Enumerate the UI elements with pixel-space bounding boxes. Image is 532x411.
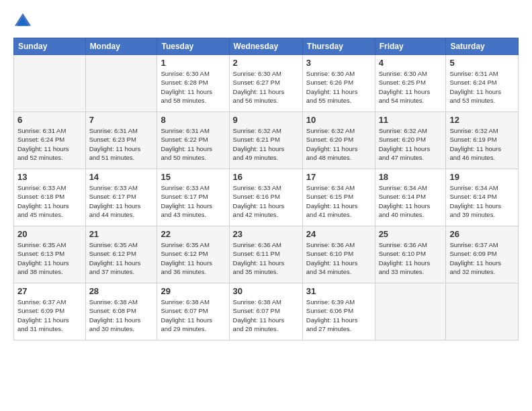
day-info: Sunrise: 6:31 AM Sunset: 6:24 PM Dayligh… bbox=[17, 126, 82, 162]
calendar-cell: 27Sunrise: 6:37 AM Sunset: 6:09 PM Dayli… bbox=[14, 283, 86, 340]
day-number: 2 bbox=[233, 58, 299, 68]
day-info: Sunrise: 6:35 AM Sunset: 6:12 PM Dayligh… bbox=[161, 240, 225, 276]
calendar-week-row: 1Sunrise: 6:30 AM Sunset: 6:28 PM Daylig… bbox=[14, 55, 519, 112]
day-number: 3 bbox=[306, 58, 371, 68]
day-number: 30 bbox=[233, 286, 299, 296]
day-info: Sunrise: 6:38 AM Sunset: 6:07 PM Dayligh… bbox=[161, 298, 225, 333]
calendar-cell: 19Sunrise: 6:34 AM Sunset: 6:14 PM Dayli… bbox=[446, 169, 519, 226]
day-number: 6 bbox=[17, 115, 82, 125]
calendar-cell: 1Sunrise: 6:30 AM Sunset: 6:28 PM Daylig… bbox=[157, 55, 229, 112]
day-number: 28 bbox=[89, 286, 154, 296]
calendar-cell: 15Sunrise: 6:33 AM Sunset: 6:17 PM Dayli… bbox=[157, 169, 229, 226]
day-number: 19 bbox=[449, 172, 515, 182]
weekday-header-thursday: Thursday bbox=[302, 38, 375, 55]
day-info: Sunrise: 6:37 AM Sunset: 6:09 PM Dayligh… bbox=[449, 240, 515, 276]
calendar-cell: 17Sunrise: 6:34 AM Sunset: 6:15 PM Dayli… bbox=[302, 169, 375, 226]
day-number: 17 bbox=[306, 172, 371, 182]
calendar-cell: 14Sunrise: 6:33 AM Sunset: 6:17 PM Dayli… bbox=[85, 169, 157, 226]
calendar-cell: 18Sunrise: 6:34 AM Sunset: 6:14 PM Dayli… bbox=[375, 169, 446, 226]
calendar-cell: 4Sunrise: 6:30 AM Sunset: 6:25 PM Daylig… bbox=[375, 55, 446, 112]
calendar-cell: 6Sunrise: 6:31 AM Sunset: 6:24 PM Daylig… bbox=[14, 112, 86, 169]
day-number: 15 bbox=[161, 172, 225, 182]
day-info: Sunrise: 6:31 AM Sunset: 6:22 PM Dayligh… bbox=[161, 126, 225, 162]
calendar-cell: 7Sunrise: 6:31 AM Sunset: 6:23 PM Daylig… bbox=[85, 112, 157, 169]
weekday-header-sunday: Sunday bbox=[14, 38, 86, 55]
calendar-week-row: 6Sunrise: 6:31 AM Sunset: 6:24 PM Daylig… bbox=[14, 112, 519, 169]
day-info: Sunrise: 6:39 AM Sunset: 6:06 PM Dayligh… bbox=[306, 298, 371, 333]
calendar-week-row: 20Sunrise: 6:35 AM Sunset: 6:13 PM Dayli… bbox=[14, 226, 519, 283]
day-info: Sunrise: 6:33 AM Sunset: 6:18 PM Dayligh… bbox=[17, 183, 82, 219]
calendar-cell: 11Sunrise: 6:32 AM Sunset: 6:20 PM Dayli… bbox=[375, 112, 446, 169]
logo bbox=[13, 12, 35, 31]
day-number: 5 bbox=[449, 58, 515, 68]
day-number: 9 bbox=[233, 115, 299, 125]
day-number: 25 bbox=[379, 229, 443, 239]
day-info: Sunrise: 6:30 AM Sunset: 6:25 PM Dayligh… bbox=[379, 69, 443, 105]
day-info: Sunrise: 6:32 AM Sunset: 6:20 PM Dayligh… bbox=[306, 126, 371, 162]
calendar-cell: 3Sunrise: 6:30 AM Sunset: 6:26 PM Daylig… bbox=[302, 55, 375, 112]
calendar-cell: 23Sunrise: 6:36 AM Sunset: 6:11 PM Dayli… bbox=[229, 226, 302, 283]
day-number: 31 bbox=[306, 286, 371, 296]
calendar-cell: 10Sunrise: 6:32 AM Sunset: 6:20 PM Dayli… bbox=[302, 112, 375, 169]
day-info: Sunrise: 6:30 AM Sunset: 6:26 PM Dayligh… bbox=[306, 69, 371, 105]
calendar-cell: 9Sunrise: 6:32 AM Sunset: 6:21 PM Daylig… bbox=[229, 112, 302, 169]
day-info: Sunrise: 6:34 AM Sunset: 6:14 PM Dayligh… bbox=[449, 183, 515, 219]
day-number: 8 bbox=[161, 115, 225, 125]
weekday-header-friday: Friday bbox=[375, 38, 446, 55]
page: SundayMondayTuesdayWednesdayThursdayFrid… bbox=[0, 0, 532, 411]
calendar-cell: 12Sunrise: 6:32 AM Sunset: 6:19 PM Dayli… bbox=[446, 112, 519, 169]
day-info: Sunrise: 6:30 AM Sunset: 6:27 PM Dayligh… bbox=[233, 69, 299, 105]
day-info: Sunrise: 6:32 AM Sunset: 6:19 PM Dayligh… bbox=[449, 126, 515, 162]
calendar-cell: 25Sunrise: 6:36 AM Sunset: 6:10 PM Dayli… bbox=[375, 226, 446, 283]
calendar-cell: 26Sunrise: 6:37 AM Sunset: 6:09 PM Dayli… bbox=[446, 226, 519, 283]
day-number: 22 bbox=[161, 229, 225, 239]
header bbox=[13, 12, 519, 31]
calendar-cell bbox=[14, 55, 86, 112]
calendar-cell: 22Sunrise: 6:35 AM Sunset: 6:12 PM Dayli… bbox=[157, 226, 229, 283]
weekday-header-wednesday: Wednesday bbox=[229, 38, 302, 55]
day-info: Sunrise: 6:38 AM Sunset: 6:08 PM Dayligh… bbox=[89, 298, 154, 333]
day-info: Sunrise: 6:35 AM Sunset: 6:13 PM Dayligh… bbox=[17, 240, 82, 276]
day-info: Sunrise: 6:34 AM Sunset: 6:14 PM Dayligh… bbox=[379, 183, 443, 219]
calendar-cell: 16Sunrise: 6:33 AM Sunset: 6:16 PM Dayli… bbox=[229, 169, 302, 226]
calendar-cell: 28Sunrise: 6:38 AM Sunset: 6:08 PM Dayli… bbox=[85, 283, 157, 340]
day-number: 1 bbox=[161, 58, 225, 68]
calendar-cell: 31Sunrise: 6:39 AM Sunset: 6:06 PM Dayli… bbox=[302, 283, 375, 340]
weekday-header-row: SundayMondayTuesdayWednesdayThursdayFrid… bbox=[14, 38, 519, 55]
day-info: Sunrise: 6:36 AM Sunset: 6:11 PM Dayligh… bbox=[233, 240, 299, 276]
weekday-header-tuesday: Tuesday bbox=[157, 38, 229, 55]
calendar-cell bbox=[446, 283, 519, 340]
day-info: Sunrise: 6:36 AM Sunset: 6:10 PM Dayligh… bbox=[306, 240, 371, 276]
calendar-week-row: 27Sunrise: 6:37 AM Sunset: 6:09 PM Dayli… bbox=[14, 283, 519, 340]
day-number: 14 bbox=[89, 172, 154, 182]
day-number: 29 bbox=[161, 286, 225, 296]
day-info: Sunrise: 6:31 AM Sunset: 6:23 PM Dayligh… bbox=[89, 126, 154, 162]
day-number: 7 bbox=[89, 115, 154, 125]
day-number: 18 bbox=[379, 172, 443, 182]
day-info: Sunrise: 6:37 AM Sunset: 6:09 PM Dayligh… bbox=[17, 298, 82, 333]
day-number: 16 bbox=[233, 172, 299, 182]
day-number: 11 bbox=[379, 115, 443, 125]
weekday-header-monday: Monday bbox=[85, 38, 157, 55]
day-number: 23 bbox=[233, 229, 299, 239]
calendar-cell: 2Sunrise: 6:30 AM Sunset: 6:27 PM Daylig… bbox=[229, 55, 302, 112]
day-number: 27 bbox=[17, 286, 82, 296]
day-number: 13 bbox=[17, 172, 82, 182]
calendar-cell: 8Sunrise: 6:31 AM Sunset: 6:22 PM Daylig… bbox=[157, 112, 229, 169]
calendar-cell: 5Sunrise: 6:31 AM Sunset: 6:24 PM Daylig… bbox=[446, 55, 519, 112]
logo-icon bbox=[13, 12, 32, 31]
calendar-table: SundayMondayTuesdayWednesdayThursdayFrid… bbox=[13, 38, 519, 340]
day-info: Sunrise: 6:32 AM Sunset: 6:20 PM Dayligh… bbox=[379, 126, 443, 162]
day-info: Sunrise: 6:33 AM Sunset: 6:16 PM Dayligh… bbox=[233, 183, 299, 219]
day-info: Sunrise: 6:38 AM Sunset: 6:07 PM Dayligh… bbox=[233, 298, 299, 333]
day-number: 4 bbox=[379, 58, 443, 68]
day-info: Sunrise: 6:32 AM Sunset: 6:21 PM Dayligh… bbox=[233, 126, 299, 162]
day-number: 26 bbox=[449, 229, 515, 239]
day-number: 10 bbox=[306, 115, 371, 125]
day-info: Sunrise: 6:30 AM Sunset: 6:28 PM Dayligh… bbox=[161, 69, 225, 105]
day-info: Sunrise: 6:33 AM Sunset: 6:17 PM Dayligh… bbox=[89, 183, 154, 219]
day-number: 20 bbox=[17, 229, 82, 239]
calendar-cell: 20Sunrise: 6:35 AM Sunset: 6:13 PM Dayli… bbox=[14, 226, 86, 283]
day-info: Sunrise: 6:36 AM Sunset: 6:10 PM Dayligh… bbox=[379, 240, 443, 276]
calendar-cell bbox=[375, 283, 446, 340]
